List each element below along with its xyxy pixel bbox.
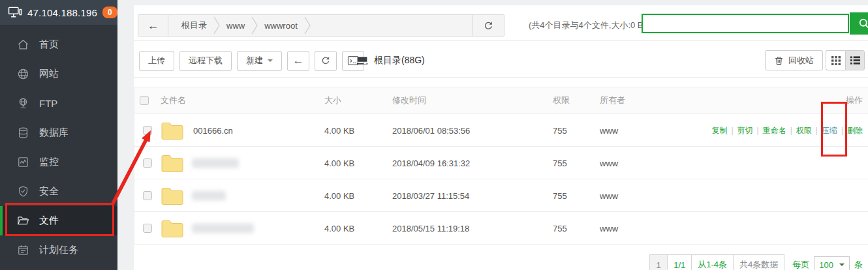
sidebar: 47.104.188.196 0 首页 网站 FTP (0, 0, 117, 270)
column-header-name[interactable]: 文件名 (161, 95, 186, 106)
folder-icon[interactable] (161, 153, 184, 173)
divider (134, 40, 868, 41)
table-row[interactable]: 001666.cn 4.00 KB 2018/06/01 08:53:56 75… (134, 114, 868, 147)
file-mtime: 2018/05/15 11:19:18 (392, 223, 469, 233)
file-owner: www (600, 190, 618, 200)
upload-button[interactable]: 上传 (139, 51, 174, 71)
breadcrumb-www[interactable]: www (220, 21, 251, 31)
sidebar-item-label: 监控 (39, 156, 59, 168)
file-owner: www (600, 223, 618, 233)
breadcrumb-root[interactable]: 根目录 (175, 20, 213, 31)
sidebar-item-label: 网站 (39, 68, 59, 80)
path-refresh-button[interactable] (473, 15, 504, 36)
per-page-label: 每页 (792, 259, 809, 270)
disk-root-label[interactable]: 根目录(88G) (356, 50, 425, 71)
page-ratio[interactable]: 1/1 (667, 254, 692, 270)
page-number[interactable]: 1 (649, 254, 668, 270)
file-name[interactable]: 001666.cn (193, 125, 233, 135)
new-dropdown-button[interactable]: 新建 (237, 51, 282, 71)
row-checkbox[interactable] (143, 158, 152, 168)
new-button-label: 新建 (246, 55, 263, 67)
search-input[interactable] (642, 14, 849, 33)
row-checkbox[interactable] (143, 126, 152, 135)
calendar-icon (16, 244, 29, 257)
folder-icon[interactable] (161, 218, 184, 238)
list-view-icon (850, 56, 860, 65)
action-permission[interactable]: 权限 (796, 125, 812, 136)
row-checkbox[interactable] (143, 191, 152, 200)
column-header-mtime[interactable]: 修改时间 (392, 95, 426, 106)
column-header-size[interactable]: 大小 (324, 95, 341, 106)
file-mtime: 2018/03/27 11:15:54 (392, 190, 469, 200)
sidebar-item-label: 安全 (39, 185, 59, 198)
sidebar-item-home[interactable]: 首页 (0, 30, 117, 59)
per-page-control: 每页 100 条 (792, 256, 863, 270)
sidebar-item-security[interactable]: 安全 (0, 177, 117, 206)
sidebar-item-label: 数据库 (39, 127, 69, 139)
chevron-down-icon (839, 263, 845, 269)
disk-label-text: 根目录(88G) (374, 55, 425, 67)
action-copy[interactable]: 复制 (711, 125, 727, 136)
sidebar-item-label: 计划任务 (39, 244, 78, 256)
chevron-separator-icon (213, 15, 220, 36)
sidebar-item-cron[interactable]: 计划任务 (0, 235, 117, 265)
sidebar-item-website[interactable]: 网站 (0, 59, 117, 89)
file-perm: 755 (553, 158, 567, 168)
row-actions: 复制 | 剪切 | 重命名 | 权限 | 压缩 | 删除 (711, 125, 863, 136)
file-table: 文件名 大小 修改时间 权限 所有者 操作 001666.cn 4.00 KB … (134, 87, 868, 245)
action-cut[interactable]: 剪切 (737, 125, 753, 136)
server-ip: 47.104.188.196 (27, 7, 97, 18)
select-all-checkbox[interactable] (140, 96, 149, 105)
table-row[interactable]: 4.00 KB 2018/04/09 16:31:32 755 www (134, 147, 868, 179)
file-owner: www (600, 158, 618, 168)
refresh-button[interactable] (315, 51, 337, 71)
recycle-bin-button[interactable]: 回收站 (765, 50, 823, 70)
page-range[interactable]: 从1-4条 (691, 254, 734, 270)
file-perm: 755 (553, 125, 567, 135)
redacted-file-name[interactable] (192, 223, 254, 233)
chevron-separator-icon (304, 15, 311, 36)
file-mtime: 2018/06/01 08:53:56 (392, 125, 470, 135)
grid-view-button[interactable] (826, 50, 845, 70)
back-arrow-icon: ← (293, 54, 304, 67)
refresh-icon (320, 55, 331, 66)
row-checkbox[interactable] (143, 224, 152, 233)
notification-badge[interactable]: 0 (102, 7, 117, 18)
file-owner: www (600, 125, 618, 135)
sidebar-header: 47.104.188.196 0 (0, 0, 117, 25)
folder-icon[interactable] (161, 120, 184, 140)
per-page-value: 100 (819, 260, 833, 270)
search-button[interactable] (850, 12, 868, 35)
path-back-button[interactable]: ← (138, 15, 168, 36)
remote-download-button[interactable]: 远程下载 (179, 51, 232, 71)
action-compress[interactable]: 压缩 (822, 125, 837, 136)
action-rename[interactable]: 重命名 (763, 125, 786, 136)
sidebar-item-database[interactable]: 数据库 (0, 118, 117, 147)
monitor-chart-icon (16, 156, 29, 169)
per-page-select[interactable]: 100 (814, 256, 850, 270)
sidebar-item-ftp[interactable]: FTP (0, 89, 117, 118)
folder-icon[interactable] (161, 185, 184, 205)
column-header-perm: 权限 (553, 95, 570, 106)
sidebar-item-monitor[interactable]: 监控 (0, 147, 117, 177)
table-row[interactable]: 4.00 KB 2018/03/27 11:15:54 755 www (134, 179, 868, 212)
action-separator: | (790, 126, 792, 135)
search-icon (858, 17, 868, 30)
sidebar-item-files[interactable]: 文件 (0, 206, 117, 235)
table-row[interactable]: 4.00 KB 2018/05/15 11:19:18 755 www (134, 212, 868, 245)
file-size: 4.00 KB (324, 125, 354, 135)
divider (134, 77, 868, 78)
redacted-file-name[interactable] (192, 158, 239, 168)
action-delete[interactable]: 删除 (847, 125, 863, 136)
database-icon (16, 127, 29, 140)
back-button[interactable]: ← (287, 51, 309, 71)
trash-icon (774, 55, 784, 66)
chevron-separator-icon (251, 15, 258, 36)
globe-icon (16, 68, 29, 81)
breadcrumb-wwwroot[interactable]: wwwroot (258, 21, 304, 31)
grid-view-icon (831, 56, 841, 65)
list-view-button[interactable] (845, 50, 865, 70)
file-perm: 755 (553, 223, 567, 233)
sidebar-item-label: 首页 (39, 38, 59, 51)
redacted-file-name[interactable] (192, 190, 226, 200)
